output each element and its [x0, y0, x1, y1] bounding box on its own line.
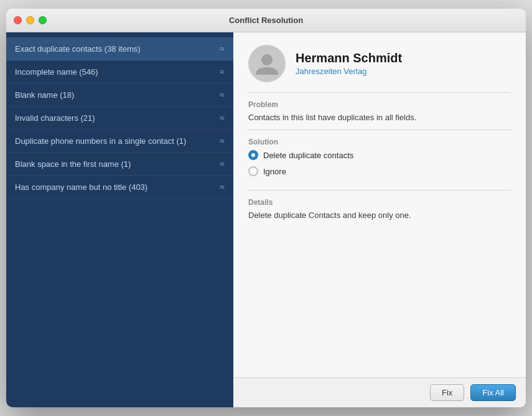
radio-delete-label: Delete duplicate contacts: [263, 151, 353, 160]
minimize-button[interactable]: [26, 16, 34, 24]
sidebar-item-label-exact-duplicate: Exact duplicate contacts (38 items): [15, 44, 141, 54]
fix-button[interactable]: Fix: [430, 384, 464, 401]
sidebar-sort-icon-invalid-characters: ≈: [220, 113, 225, 123]
sidebar-item-label-blank-name: Blank name (18): [15, 90, 74, 100]
sidebar-item-blank-space-first-name[interactable]: Blank space in the first name (1)≈: [6, 153, 233, 176]
radio-ignore[interactable]: Ignore: [248, 166, 511, 176]
sidebar-sort-icon-has-company: ≈: [220, 182, 225, 192]
problem-description: Contacts in this list have duplicates in…: [248, 113, 511, 122]
contact-name: Hermann Schmidt: [296, 51, 402, 65]
right-panel: Hermann Schmidt Jahreszeiten Verlag Prob…: [233, 32, 526, 407]
sidebar-item-label-has-company: Has company name but no title (403): [15, 182, 147, 192]
solution-title: Solution: [248, 138, 511, 146]
sidebar-sort-icon-incomplete-name: ≈: [220, 67, 225, 77]
radio-delete[interactable]: Delete duplicate contacts: [248, 150, 511, 160]
sidebar-item-label-invalid-characters: Invalid characters (21): [15, 113, 95, 123]
main-content: Exact duplicate contacts (38 items)≈Inco…: [6, 32, 526, 407]
window-title: Conflict Resolution: [229, 16, 303, 25]
title-bar: Conflict Resolution: [6, 9, 526, 32]
sidebar-sort-icon-duplicate-phone: ≈: [220, 136, 225, 146]
sidebar-sort-icon-exact-duplicate: ≈: [220, 44, 225, 54]
contact-header: Hermann Schmidt Jahreszeiten Verlag: [233, 32, 526, 92]
sidebar-item-label-incomplete-name: Incomplete name (546): [15, 67, 98, 77]
radio-ignore-label: Ignore: [263, 167, 286, 176]
conflict-resolution-window: Conflict Resolution Exact duplicate cont…: [6, 9, 526, 407]
avatar: [248, 45, 286, 82]
sidebar-item-incomplete-name[interactable]: Incomplete name (546)≈: [6, 60, 233, 83]
bottom-bar: Fix Fix All: [233, 377, 526, 407]
sidebar-item-duplicate-phone[interactable]: Duplicate phone numbers in a single cont…: [6, 130, 233, 153]
fix-all-button[interactable]: Fix All: [470, 384, 516, 401]
sidebar-item-blank-name[interactable]: Blank name (18)≈: [6, 83, 233, 106]
traffic-lights: [14, 16, 47, 24]
contact-info: Hermann Schmidt Jahreszeiten Verlag: [296, 51, 402, 76]
maximize-button[interactable]: [39, 16, 47, 24]
svg-point-0: [261, 54, 273, 65]
radio-ignore-circle[interactable]: [248, 166, 258, 176]
problem-section: Problem Contacts in this list have dupli…: [233, 93, 526, 130]
contact-company: Jahreszeiten Verlag: [296, 67, 402, 76]
sidebar-item-label-blank-space-first-name: Blank space in the first name (1): [15, 159, 131, 169]
sidebar-item-invalid-characters[interactable]: Invalid characters (21)≈: [6, 106, 233, 130]
solution-section: Solution Delete duplicate contacts Ignor…: [233, 130, 526, 190]
details-section: Details Delete duplicate Contacts and ke…: [233, 191, 526, 227]
radio-delete-circle[interactable]: [248, 150, 258, 160]
sidebar: Exact duplicate contacts (38 items)≈Inco…: [6, 32, 233, 407]
close-button[interactable]: [14, 16, 22, 24]
sidebar-item-label-duplicate-phone: Duplicate phone numbers in a single cont…: [15, 136, 186, 146]
details-title: Details: [248, 198, 511, 207]
sidebar-item-has-company[interactable]: Has company name but no title (403)≈: [6, 176, 233, 199]
details-description: Delete duplicate Contacts and keep only …: [248, 210, 511, 220]
sidebar-sort-icon-blank-space-first-name: ≈: [220, 159, 225, 169]
sidebar-sort-icon-blank-name: ≈: [220, 90, 225, 100]
problem-title: Problem: [248, 100, 511, 109]
avatar-icon: [253, 50, 281, 77]
sidebar-item-exact-duplicate[interactable]: Exact duplicate contacts (38 items)≈: [6, 37, 233, 60]
